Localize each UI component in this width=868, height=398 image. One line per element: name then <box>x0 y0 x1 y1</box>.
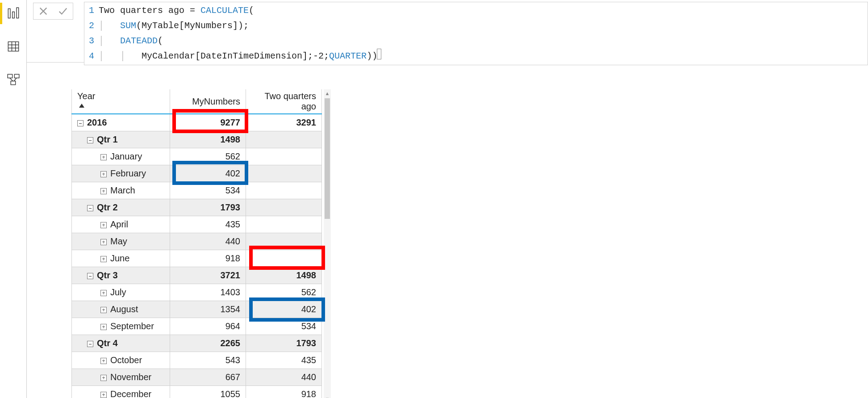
expand-icon[interactable]: + <box>100 324 107 330</box>
scroll-thumb[interactable] <box>325 98 330 219</box>
cell-two-quarters-ago: 534 <box>246 318 322 335</box>
table-row[interactable]: +February402 <box>72 165 322 182</box>
expand-icon[interactable]: + <box>100 188 107 194</box>
sort-ascending-icon <box>79 104 84 108</box>
code-fn: SUM <box>120 21 136 31</box>
formula-cancel-button[interactable] <box>33 3 53 19</box>
cell-mynumbers: 534 <box>170 182 246 199</box>
expand-icon[interactable]: + <box>100 222 107 228</box>
row-label-cell[interactable]: –2016 <box>72 114 170 131</box>
expand-icon[interactable]: + <box>100 171 107 177</box>
cell-mynumbers: 918 <box>170 250 246 267</box>
code-text: ( <box>249 5 254 16</box>
row-label: December <box>110 389 151 398</box>
collapse-icon[interactable]: – <box>87 341 93 347</box>
svg-rect-3 <box>8 42 18 51</box>
table-row[interactable]: –Qtr 337211498 <box>72 267 322 284</box>
expand-icon[interactable]: + <box>100 358 107 364</box>
cell-mynumbers: 402 <box>170 165 246 182</box>
header-mynumbers[interactable]: MyNumbers <box>170 89 246 114</box>
expand-icon[interactable]: + <box>100 256 107 262</box>
data-view-icon[interactable] <box>4 37 23 56</box>
svg-rect-8 <box>8 74 13 78</box>
table-row[interactable]: +November667440 <box>72 369 322 385</box>
header-two-quarters-ago[interactable]: Two quarters ago <box>246 89 322 114</box>
formula-cancel-commit <box>33 3 73 20</box>
scroll-up-icon[interactable]: ▲ <box>324 89 331 97</box>
row-label-cell[interactable]: +October <box>72 352 170 369</box>
row-label-cell[interactable]: +August <box>72 301 170 318</box>
table-row[interactable]: –Qtr 21793 <box>72 199 322 216</box>
table-row[interactable]: +March534 <box>72 182 322 199</box>
table-row[interactable]: –Qtr 11498 <box>72 131 322 148</box>
cell-mynumbers: 1403 <box>170 284 246 301</box>
expand-icon[interactable]: + <box>100 307 107 313</box>
collapse-icon[interactable]: – <box>87 205 93 211</box>
formula-editor[interactable]: 1 2 3 4 Two quarters ago = CALCULATE(│ S… <box>84 2 868 65</box>
cell-mynumbers: 1354 <box>170 301 246 318</box>
collapse-icon[interactable]: – <box>87 273 93 279</box>
collapse-icon[interactable]: – <box>87 137 93 143</box>
table-row[interactable]: +December1055918 <box>72 385 322 398</box>
row-label-cell[interactable]: +December <box>72 385 170 398</box>
collapse-icon[interactable]: – <box>77 120 83 126</box>
row-label: April <box>110 219 128 229</box>
cell-two-quarters-ago: 440 <box>246 369 322 385</box>
expand-icon[interactable]: + <box>100 375 107 381</box>
row-label-cell[interactable]: +May <box>72 233 170 250</box>
table-row[interactable]: +October543435 <box>72 352 322 369</box>
formula-commit-button[interactable] <box>53 3 73 19</box>
cell-two-quarters-ago <box>246 233 322 250</box>
row-label-cell[interactable]: +March <box>72 182 170 199</box>
table-row[interactable]: –Qtr 422651793 <box>72 335 322 352</box>
code-fn: QUARTER <box>329 51 367 61</box>
table-row[interactable]: +September964534 <box>72 318 322 335</box>
editor-cursor <box>377 49 381 59</box>
row-label-cell[interactable]: +April <box>72 216 170 233</box>
cell-mynumbers: 1055 <box>170 385 246 398</box>
row-label-cell[interactable]: +July <box>72 284 170 301</box>
header-year[interactable]: Year <box>72 89 170 114</box>
table-row[interactable]: +April435 <box>72 216 322 233</box>
row-label-cell[interactable]: +June <box>72 250 170 267</box>
report-view-icon[interactable] <box>4 4 23 23</box>
cell-two-quarters-ago: 402 <box>246 301 322 318</box>
row-label-cell[interactable]: +September <box>72 318 170 335</box>
cell-two-quarters-ago <box>246 148 322 165</box>
matrix-visual[interactable]: Year MyNumbers Two quarters ago –2016927… <box>71 89 322 398</box>
row-label-cell[interactable]: –Qtr 2 <box>72 199 170 216</box>
table-row[interactable]: +May440 <box>72 233 322 250</box>
expand-icon[interactable]: + <box>100 392 107 398</box>
vertical-scrollbar[interactable]: ▲ ▼ <box>324 89 331 398</box>
row-label: July <box>110 287 126 297</box>
row-label: 2016 <box>87 117 107 127</box>
row-label-cell[interactable]: –Qtr 3 <box>72 267 170 284</box>
report-canvas[interactable]: Year MyNumbers Two quarters ago –2016927… <box>27 63 868 398</box>
table-row[interactable]: +January562 <box>72 148 322 165</box>
model-view-icon[interactable] <box>4 70 23 89</box>
expand-icon[interactable]: + <box>100 239 107 245</box>
row-label-cell[interactable]: –Qtr 4 <box>72 335 170 352</box>
cell-two-quarters-ago: 1498 <box>246 267 322 284</box>
table-row[interactable]: –201692773291 <box>72 114 322 131</box>
row-label: September <box>110 321 154 331</box>
row-label-cell[interactable]: +February <box>72 165 170 182</box>
table-row[interactable]: +June918 <box>72 250 322 267</box>
table-row[interactable]: +July1403562 <box>72 284 322 301</box>
row-label-cell[interactable]: +January <box>72 148 170 165</box>
row-label: January <box>110 151 142 161</box>
cell-mynumbers: 440 <box>170 233 246 250</box>
row-label-cell[interactable]: +November <box>72 369 170 385</box>
row-label-cell[interactable]: –Qtr 1 <box>72 131 170 148</box>
formula-code[interactable]: Two quarters ago = CALCULATE(│ SUM(MyTab… <box>98 2 386 65</box>
svg-rect-9 <box>14 74 19 78</box>
scroll-down-icon[interactable]: ▼ <box>324 395 331 398</box>
cell-mynumbers: 667 <box>170 369 246 385</box>
line-number: 2 <box>89 18 94 34</box>
cell-two-quarters-ago: 435 <box>246 352 322 369</box>
row-label: May <box>110 236 127 246</box>
table-row[interactable]: +August1354402 <box>72 301 322 318</box>
row-label: Qtr 4 <box>97 338 118 348</box>
expand-icon[interactable]: + <box>100 290 107 296</box>
expand-icon[interactable]: + <box>100 154 107 160</box>
